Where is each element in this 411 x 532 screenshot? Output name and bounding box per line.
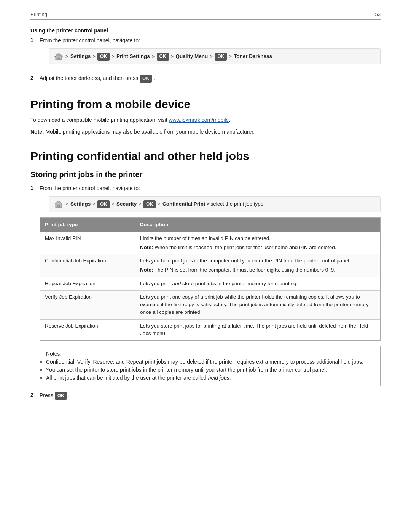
table-row: Max Invalid PIN Limits the number of tim…	[40, 232, 380, 254]
step-conf-number-2: 2	[30, 391, 36, 404]
svg-rect-6	[57, 205, 60, 208]
note-item-3: All print jobs that can be initiated by …	[46, 374, 374, 382]
note-item-1: Confidential, Verify, Reserve, and Repea…	[46, 358, 374, 366]
home-icon	[54, 53, 63, 60]
svg-rect-3	[57, 58, 60, 60]
nav2-settings: Settings	[70, 200, 91, 209]
nav2-security: Security	[116, 200, 137, 209]
col-header-description: Description	[135, 218, 380, 232]
cell-desc-4: Lets you print one copy of a print job w…	[135, 290, 380, 319]
step-1: 1 From the printer control panel, naviga…	[30, 37, 381, 70]
ok-badge-5: OK	[97, 200, 110, 208]
note-item-2: You can set the printer to store print j…	[46, 366, 374, 374]
section-printer-control-panel: Using the printer control panel 1 From t…	[30, 27, 381, 86]
step-conf-2-content: Press OK .	[40, 391, 381, 404]
print-job-table: Print job type Description Max Invalid P…	[40, 218, 380, 340]
table-header-row: Print job type Description	[40, 218, 380, 232]
row1-note: Note: When the limit is reached, the pri…	[140, 244, 375, 251]
step-2: 2 Adjust the toner darkness, and then pr…	[30, 74, 381, 86]
header-section-label: Printing	[30, 11, 47, 17]
notes-title: Notes:	[46, 350, 374, 358]
lexmark-mobile-link[interactable]: www.lexmark.com/mobile	[169, 117, 229, 123]
nav-settings: Settings	[70, 52, 91, 61]
row2-note: Note: The PIN is set from the computer. …	[140, 266, 375, 274]
subsection-printer-control-panel-title: Using the printer control panel	[30, 27, 381, 34]
table-row: Verify Job Expiration Lets you print one…	[40, 290, 380, 319]
step-conf-number-1: 1	[30, 184, 36, 386]
cell-desc-5: Lets you store print jobs for printing a…	[135, 319, 380, 340]
mobile-note: Note: Mobile printing applications may a…	[30, 128, 381, 136]
section-confidential-title: Printing confidential and other held job…	[30, 150, 381, 163]
header-page-number: 53	[375, 11, 381, 17]
notes-list: Confidential, Verify, Reserve, and Repea…	[46, 358, 374, 382]
mobile-paragraph: To download a compatible mobile printing…	[30, 116, 381, 124]
steps-list-1: 1 From the printer control panel, naviga…	[30, 37, 381, 86]
table-body: Max Invalid PIN Limits the number of tim…	[40, 232, 380, 340]
step-2-text: Adjust the toner darkness, and then pres…	[40, 74, 381, 83]
nav-toner-darkness: Toner Darkness	[234, 52, 272, 61]
subsection-storing-jobs-title: Storing print jobs in the printer	[30, 170, 381, 179]
cell-desc-2: Lets you hold print jobs in the computer…	[135, 254, 380, 277]
home-icon-2	[54, 200, 63, 208]
step-conf-2: 2 Press OK .	[30, 391, 381, 404]
ok-badge-3: OK	[215, 53, 227, 61]
step-number-2: 2	[30, 74, 36, 86]
note-label: Note:	[30, 129, 44, 135]
nav-path-2: > Settings > OK > Security > OK > Confid…	[49, 196, 381, 212]
cell-desc-1: Limits the number of times an invalid PI…	[135, 232, 380, 254]
nav2-select-text: select the print job type	[210, 200, 263, 209]
table-row: Confidential Job Expiration Lets you hol…	[40, 254, 380, 277]
step-2-content: Adjust the toner darkness, and then pres…	[40, 74, 381, 86]
nav-path-1: > Settings > OK > Print Settings > OK > …	[49, 48, 381, 64]
page-container: Printing 53 Using the printer control pa…	[0, 0, 411, 431]
nav-arrow-settings: >	[65, 52, 68, 61]
cell-type-1: Max Invalid PIN	[40, 232, 135, 254]
cell-type-4: Verify Job Expiration	[40, 290, 135, 319]
ok-badge-7: OK	[55, 392, 67, 400]
nav-quality-menu: Quality Menu	[175, 52, 208, 61]
print-job-table-wrapper: Print job type Description Max Invalid P…	[40, 217, 381, 341]
ok-badge-4: OK	[140, 75, 152, 83]
nav-print-settings: Print Settings	[116, 52, 150, 61]
step-1-content: From the printer control panel, navigate…	[40, 37, 381, 70]
cell-type-5: Reserve Job Expiration	[40, 319, 135, 340]
section-confidential-jobs: Printing confidential and other held job…	[30, 150, 381, 404]
step-conf-1: 1 From the printer control panel, naviga…	[30, 184, 381, 386]
step-conf-1-text: From the printer control panel, navigate…	[40, 184, 381, 192]
step-conf-2-text: Press OK .	[40, 391, 381, 400]
steps-list-2: 1 From the printer control panel, naviga…	[30, 184, 381, 404]
table-row: Reserve Job Expiration Lets you store pr…	[40, 319, 380, 340]
cell-type-3: Repeat Job Expiration	[40, 277, 135, 290]
ok-badge-2: OK	[157, 53, 169, 61]
section-mobile-title: Printing from a mobile device	[30, 98, 381, 111]
ok-badge-6: OK	[143, 200, 156, 208]
cell-desc-3: Lets you print and store print jobs in t…	[135, 277, 380, 290]
cell-type-2: Confidential Job Expiration	[40, 254, 135, 277]
step-conf-1-content: From the printer control panel, navigate…	[40, 184, 381, 386]
table-row: Repeat Job Expiration Lets you print and…	[40, 277, 380, 290]
ok-badge-1: OK	[97, 53, 110, 61]
nav2-confidential-print: Confidential Print	[162, 200, 206, 209]
notes-box: Notes: Confidential, Verify, Reserve, an…	[40, 346, 381, 386]
section-mobile-device: Printing from a mobile device To downloa…	[30, 98, 381, 136]
step-number-1: 1	[30, 37, 36, 70]
col-header-print-job-type: Print job type	[40, 218, 135, 232]
page-header: Printing 53	[30, 11, 381, 20]
step-1-text: From the printer control panel, navigate…	[40, 37, 381, 45]
